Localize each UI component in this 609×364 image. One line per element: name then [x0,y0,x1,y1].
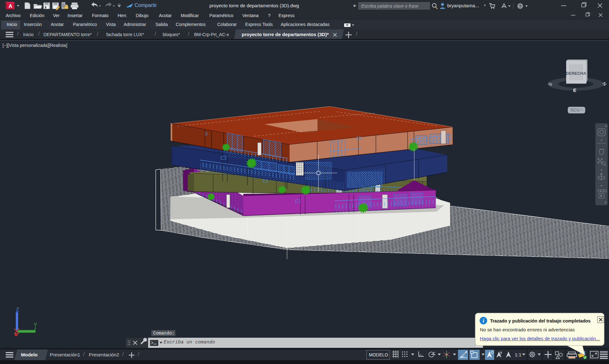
svg-text:A: A [9,3,12,9]
svg-text:i: i [483,318,484,324]
svg-text:Z: Z [16,307,19,313]
svg-text:E: E [573,87,576,93]
svg-text:DERECHA: DERECHA [566,71,586,76]
svg-text:No se han encontrado errores n: No se han encontrado errores ni adverten… [480,327,575,332]
svg-text:Trazado y publicación del trab: Trazado y publicación del trabajo comple… [490,318,591,323]
svg-text:Y: Y [34,322,37,328]
svg-text:?: ? [519,4,521,9]
